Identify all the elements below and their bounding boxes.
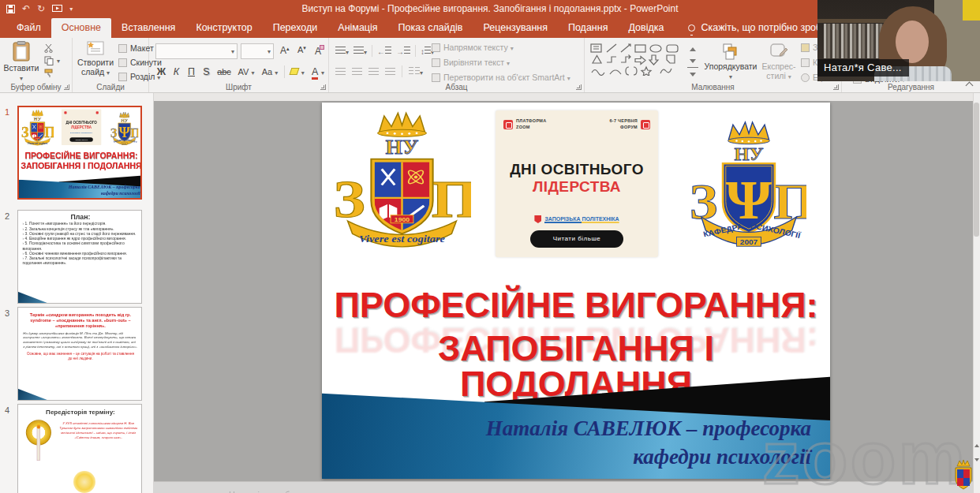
arrange-icon bbox=[722, 43, 739, 60]
svg-text:Ψ: Ψ bbox=[726, 170, 772, 230]
previous-slide-button[interactable] bbox=[974, 444, 979, 447]
columns-button[interactable]: ▾ bbox=[409, 67, 423, 77]
date-chip: 6-7 ЧЕРВНЯФОРУМ bbox=[609, 118, 650, 130]
shape-outline-icon bbox=[801, 58, 810, 67]
change-case-button[interactable]: Aa ▾ bbox=[258, 67, 282, 77]
clipboard-icon bbox=[13, 41, 30, 62]
svg-text:НУ: НУ bbox=[734, 144, 763, 164]
slide-editor[interactable]: НУ З П bbox=[322, 103, 830, 479]
justify-button[interactable] bbox=[385, 68, 395, 76]
event-card: ПЛАТФОРМАZOOM 6-7 ЧЕРВНЯФОРУМ ДНІ ОСВІТН… bbox=[496, 110, 658, 257]
new-slide-icon bbox=[86, 40, 105, 56]
bullets-button[interactable]: ▾ bbox=[335, 47, 349, 56]
corner-crest-icon bbox=[951, 458, 976, 491]
shapes-gallery[interactable] bbox=[589, 43, 683, 76]
align-left-button[interactable] bbox=[335, 68, 346, 76]
reset-icon bbox=[118, 58, 127, 67]
section-icon bbox=[118, 73, 127, 81]
tab-insert[interactable]: Вставлення bbox=[111, 18, 185, 38]
svg-text:П: П bbox=[432, 170, 471, 229]
slide-thumbnail-2[interactable]: План: 1. Поняття «вигорання» та його пер… bbox=[17, 210, 142, 304]
new-slide-button[interactable]: Створити слайд ▾ bbox=[74, 40, 117, 83]
vertical-scrollbar[interactable] bbox=[973, 93, 980, 493]
text-direction-button[interactable]: Напрямок тексту ▾ bbox=[432, 43, 570, 58]
mini-event-card: ДНІ ОСВІТНЬОГОЛІДЕРСТВА ЗАПОРІЗЬКА ПОЛІТ… bbox=[62, 109, 101, 145]
tab-help[interactable]: Довідка bbox=[618, 18, 674, 38]
slide-thumbnail-panel[interactable]: 1 2 3 4 ДНІ ОСВІТНЬОГОЛІДЕРСТВА ЗАПОРІЗЬ… bbox=[0, 93, 154, 493]
org-name: ЗАПОРІЗЬКА ПОЛІТЕХНІКА bbox=[544, 216, 619, 223]
tab-design[interactable]: Конструктор bbox=[185, 18, 262, 38]
tab-file[interactable]: Файл bbox=[6, 18, 51, 38]
increase-indent-button[interactable]: → bbox=[396, 47, 410, 56]
notes-placeholder: Натисніть, щоб додати нотатки bbox=[229, 490, 353, 493]
paragraph-dialog-launcher[interactable] bbox=[576, 84, 582, 90]
webcam-overlay[interactable]: Натал*я Саве... bbox=[817, 0, 980, 81]
tab-slideshow[interactable]: Показ слайдів bbox=[388, 18, 473, 38]
platform-chip: ПЛАТФОРМАZOOM bbox=[503, 118, 546, 130]
shapes-scroll-down[interactable] bbox=[687, 55, 698, 65]
workspace: 1 2 3 4 ДНІ ОСВІТНЬОГОЛІДЕРСТВА ЗАПОРІЗЬ… bbox=[0, 93, 980, 493]
slide-number-4: 4 bbox=[5, 405, 9, 415]
mini-emblem-left bbox=[21, 108, 54, 149]
shapes-scroll-up[interactable] bbox=[687, 43, 698, 53]
mini-emblem-right bbox=[110, 110, 138, 148]
clipboard-dialog-launcher[interactable] bbox=[64, 84, 69, 90]
shrink-font-button[interactable]: А▾ bbox=[297, 45, 306, 54]
group-slides: Створити слайд ▾ Макет ▾ Скинути Розділ … bbox=[73, 38, 149, 92]
drawing-dialog-launcher[interactable] bbox=[833, 84, 839, 90]
slide-number-1: 1 bbox=[5, 107, 9, 117]
tell-me-box[interactable]: Скажіть, що потрібно зробити bbox=[688, 18, 837, 38]
numbering-button[interactable]: ▾ bbox=[353, 47, 367, 56]
group-paragraph: ▾ ▾ ← → ↕▾ ▾ Напрямок тексту ▾ Вирівняти… bbox=[329, 38, 585, 92]
shapes-more-button[interactable] bbox=[687, 67, 698, 78]
copy-button[interactable]: ▾ bbox=[44, 54, 60, 67]
svg-text:2007: 2007 bbox=[740, 237, 757, 246]
svg-text:1900: 1900 bbox=[395, 216, 410, 222]
slide-thumbnail-1[interactable]: ДНІ ОСВІТНЬОГОЛІДЕРСТВА ЗАПОРІЗЬКА ПОЛІТ… bbox=[17, 106, 142, 200]
underline-button[interactable]: П bbox=[184, 66, 199, 77]
group-font: ▾ ▾ А▴ А▾ А Ж К П S abc AV ▾ Aa ▾ ▾ А ▾ … bbox=[149, 38, 329, 92]
svg-text:Vivere est cogitare: Vivere est cogitare bbox=[359, 233, 445, 245]
font-dialog-launcher[interactable] bbox=[320, 84, 326, 90]
text-shadow-button[interactable]: S bbox=[199, 66, 214, 77]
slide-thumbnail-4[interactable]: Передісторія терміну: У XVII столітті го… bbox=[17, 404, 142, 493]
scrollbar-thumb[interactable] bbox=[974, 103, 979, 237]
quick-styles-icon bbox=[769, 43, 788, 60]
arrange-button[interactable]: Упорядкувати ▾ bbox=[703, 43, 758, 80]
clear-formatting-button[interactable]: А bbox=[315, 45, 324, 57]
candle-emblem-image bbox=[21, 417, 58, 470]
tab-animations[interactable]: Анімація bbox=[327, 18, 387, 38]
tab-transitions[interactable]: Переходи bbox=[263, 18, 328, 38]
font-color-button[interactable]: А ▾ bbox=[308, 66, 328, 77]
character-spacing-button[interactable]: AV ▾ bbox=[234, 67, 258, 77]
format-painter-icon bbox=[44, 69, 54, 78]
decrease-indent-button[interactable]: ← bbox=[377, 47, 391, 56]
format-painter-button[interactable] bbox=[44, 67, 60, 80]
slide-thumbnail-3[interactable]: Термін «синдром вигорання» походить від … bbox=[17, 307, 142, 401]
cut-button[interactable] bbox=[44, 42, 60, 54]
strikethrough-button[interactable]: abc bbox=[214, 67, 234, 77]
event-title-line1: ДНІ ОСВІТНЬОГО bbox=[496, 161, 658, 178]
text-direction-icon bbox=[432, 43, 440, 52]
paste-button[interactable]: Вставити ▾ bbox=[3, 40, 39, 83]
highlight-color-button[interactable]: ▾ bbox=[287, 66, 308, 77]
tab-home[interactable]: Основне bbox=[51, 18, 111, 38]
svg-text:З: З bbox=[333, 170, 365, 229]
department-emblem-right: НУ З П Ψ КАФЕДРА ПСИХОЛОГІЇ 2007 bbox=[691, 117, 806, 260]
align-right-button[interactable] bbox=[368, 68, 379, 76]
align-center-button[interactable] bbox=[352, 68, 362, 76]
grow-font-button[interactable]: А▴ bbox=[280, 45, 290, 56]
powerpoint-window: ↶ ↻ ▾ Виступ на Форумі - Професійне виго… bbox=[0, 0, 980, 493]
tab-review[interactable]: Рецензування bbox=[473, 18, 557, 38]
align-text-icon bbox=[432, 58, 440, 67]
italic-button[interactable]: К bbox=[169, 66, 184, 77]
copy-icon bbox=[44, 56, 54, 65]
calendar-icon bbox=[641, 120, 650, 129]
bold-button[interactable]: Ж bbox=[154, 66, 169, 77]
tab-view[interactable]: Подання bbox=[558, 18, 618, 38]
align-text-button[interactable]: Вирівняти текст ▾ bbox=[432, 58, 570, 73]
svg-text:НУ: НУ bbox=[385, 137, 418, 159]
font-name-combo[interactable]: ▾ bbox=[155, 43, 238, 59]
quick-styles-button[interactable]: Експрес- стилі ▾ bbox=[760, 43, 798, 80]
font-size-combo[interactable]: ▾ bbox=[241, 43, 274, 59]
